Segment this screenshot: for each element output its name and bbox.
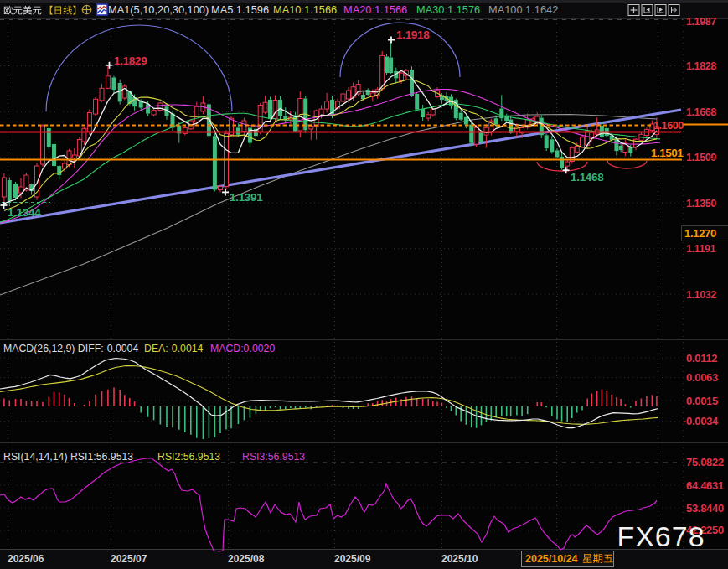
svg-text:1.1668: 1.1668 xyxy=(686,106,716,118)
svg-text:MA30:1.1576: MA30:1.1576 xyxy=(416,3,480,16)
svg-text:2025/10/24: 2025/10/24 xyxy=(525,553,578,565)
svg-text:1.1987: 1.1987 xyxy=(686,16,716,28)
svg-text:2025/07: 2025/07 xyxy=(111,553,147,565)
svg-text:FX678: FX678 xyxy=(617,520,705,552)
svg-text:53.8440: 53.8440 xyxy=(686,502,724,515)
svg-text:0.0063: 0.0063 xyxy=(686,371,718,384)
svg-text:1.1344: 1.1344 xyxy=(8,206,41,219)
svg-text:1.1032: 1.1032 xyxy=(686,289,716,301)
svg-text:1.1828: 1.1828 xyxy=(686,60,716,72)
svg-text:1.1468: 1.1468 xyxy=(571,171,604,184)
svg-text:1.1918: 1.1918 xyxy=(396,28,430,41)
svg-text:1.1509: 1.1509 xyxy=(686,152,716,163)
svg-text:MACD(26,12,9) DIFF:-0.0004: MACD(26,12,9) DIFF:-0.0004 xyxy=(3,343,138,354)
svg-text:1.1829: 1.1829 xyxy=(114,54,147,67)
svg-text:MA1(5,10,20,30,100): MA1(5,10,20,30,100) xyxy=(108,3,209,16)
svg-text:2025/08: 2025/08 xyxy=(228,553,265,565)
svg-text:64.4631: 64.4631 xyxy=(686,479,724,492)
svg-text:MA10:1.1566: MA10:1.1566 xyxy=(273,3,337,16)
svg-text:2025/06: 2025/06 xyxy=(8,553,44,565)
svg-text:1.1600: 1.1600 xyxy=(653,120,684,132)
svg-text:RSI3:56.9513: RSI3:56.9513 xyxy=(242,451,305,463)
svg-text:1.1391: 1.1391 xyxy=(230,191,263,204)
svg-text:1.1270: 1.1270 xyxy=(684,227,716,240)
svg-text:DEA:-0.0014: DEA:-0.0014 xyxy=(144,343,204,354)
svg-text:2025/10: 2025/10 xyxy=(441,553,478,565)
svg-text:1.1501: 1.1501 xyxy=(651,147,684,159)
svg-text:2025/09: 2025/09 xyxy=(334,553,371,565)
svg-text:MA100:1.1642: MA100:1.1642 xyxy=(488,3,558,16)
svg-text:-0.0034: -0.0034 xyxy=(683,415,719,427)
svg-text:0.0015: 0.0015 xyxy=(686,395,718,407)
svg-text:1.1350: 1.1350 xyxy=(686,198,716,209)
svg-text:75.0822: 75.0822 xyxy=(686,456,724,468)
svg-text:MA5:1.1596: MA5:1.1596 xyxy=(211,3,269,16)
svg-text:MA20:1.1566: MA20:1.1566 xyxy=(343,3,407,16)
svg-text:RSI2:56.9513: RSI2:56.9513 xyxy=(157,451,220,463)
svg-text:0.0112: 0.0112 xyxy=(686,352,717,365)
svg-text:MACD:0.0020: MACD:0.0020 xyxy=(210,343,275,354)
svg-text:1.1191: 1.1191 xyxy=(686,243,716,255)
svg-text:RSI(14,14,14) RSI1:56.9513: RSI(14,14,14) RSI1:56.9513 xyxy=(3,451,133,463)
